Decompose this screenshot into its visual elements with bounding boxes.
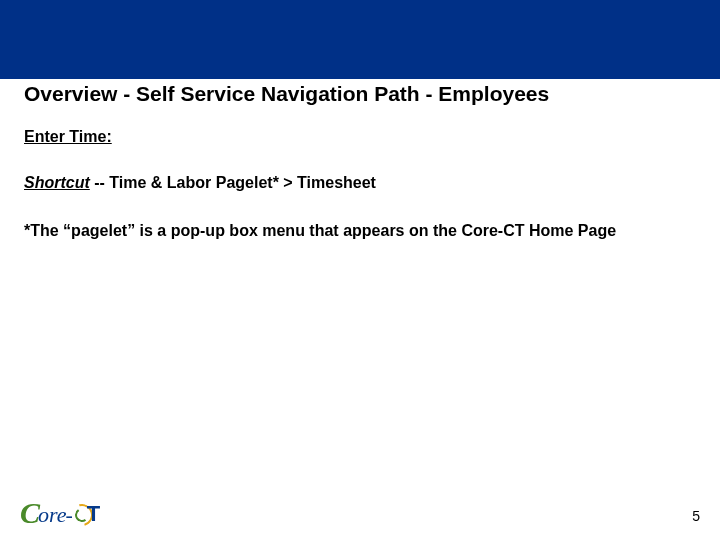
shortcut-label: Shortcut: [24, 174, 90, 191]
shortcut-rest: -- Time & Labor Pagelet* > Timesheet: [90, 174, 376, 191]
shortcut-path: Shortcut -- Time & Labor Pagelet* > Time…: [24, 174, 696, 192]
slide-title: Overview - Self Service Navigation Path …: [24, 82, 549, 106]
page-number: 5: [692, 508, 700, 524]
core-ct-logo: C ore - T: [20, 498, 100, 528]
logo-letters-ore: ore: [38, 504, 67, 526]
logo-letter-c: C: [20, 498, 40, 528]
logo-letter-t: T: [87, 501, 100, 527]
header-band: Overview - Self Service Navigation Path …: [0, 0, 720, 112]
slide-body: Enter Time: Shortcut -- Time & Labor Pag…: [0, 112, 720, 242]
title-bar: Overview - Self Service Navigation Path …: [0, 79, 720, 112]
pagelet-note: *The “pagelet” is a pop-up box menu that…: [24, 220, 696, 242]
section-label-enter-time: Enter Time:: [24, 128, 696, 146]
